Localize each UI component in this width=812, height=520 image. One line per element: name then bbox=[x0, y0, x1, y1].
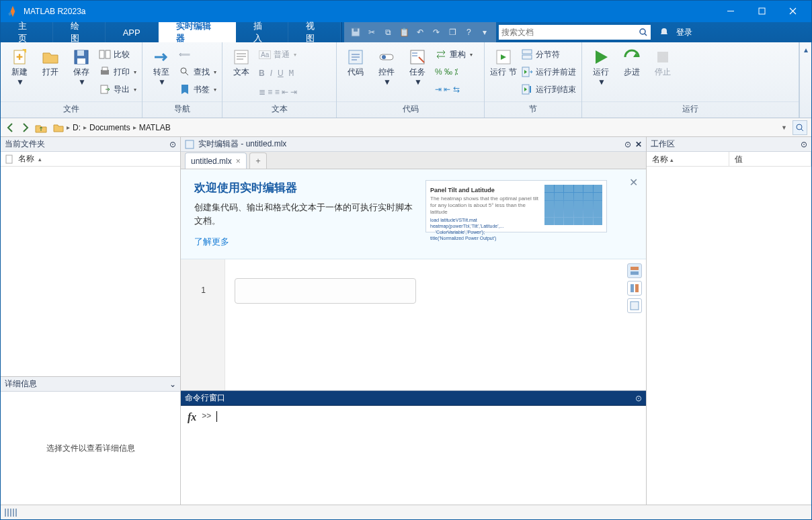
login-button[interactable]: 登录 bbox=[676, 27, 692, 38]
run-advance-button[interactable]: 运行并前进 bbox=[521, 64, 576, 80]
refactor-button[interactable]: 重构▾ bbox=[435, 46, 473, 62]
run-to-end-button[interactable]: 运行到结束 bbox=[521, 81, 576, 97]
windows-icon[interactable]: ❐ bbox=[445, 25, 460, 40]
output-right-icon[interactable] bbox=[627, 281, 642, 296]
ribbon-collapse-icon[interactable]: ▴ bbox=[799, 42, 811, 118]
nav-prev-icon[interactable]: ⟸ bbox=[179, 46, 216, 62]
control-button[interactable]: 控件▼ bbox=[373, 45, 400, 87]
tab-close-icon[interactable]: × bbox=[236, 157, 241, 166]
tab-live-editor[interactable]: 实时编辑器 bbox=[159, 22, 236, 42]
section-break-button[interactable]: 分节符 bbox=[521, 46, 576, 62]
command-input[interactable]: fx >> bbox=[181, 406, 646, 505]
comment-buttons[interactable]: % ‰ ⁒ bbox=[435, 64, 473, 80]
details-hint: 选择文件以查看详细信息 bbox=[1, 392, 180, 505]
pane-close-icon[interactable]: ✕ bbox=[635, 140, 642, 149]
bell-icon[interactable] bbox=[659, 27, 669, 38]
file-tab[interactable]: untitled.mlx× bbox=[185, 153, 247, 169]
list-buttons[interactable]: ≣ ≡ ≡ ⇤ ⇥ bbox=[259, 84, 297, 100]
code-button[interactable]: 代码 bbox=[342, 45, 369, 77]
copy-icon[interactable]: ⧉ bbox=[380, 25, 395, 40]
ribbon-group-text: 文本 Aa普通▾ BIUM ≣ ≡ ≡ ⇤ ⇥ 文本 bbox=[222, 42, 337, 118]
welcome-banner: 欢迎使用实时编辑器 创建集代码、输出和格式化文本于一体的可执行实时脚本文档。 了… bbox=[181, 169, 646, 259]
workspace-title: 工作区 bbox=[651, 138, 797, 150]
up-folder-icon[interactable] bbox=[34, 122, 48, 134]
pane-menu-icon[interactable]: ⊙ bbox=[801, 140, 807, 149]
style-select[interactable]: Aa普通▾ bbox=[259, 46, 297, 62]
stop-button[interactable]: 停止 bbox=[649, 45, 676, 77]
close-button[interactable] bbox=[778, 1, 809, 22]
workspace-columns[interactable]: 名称 ▴ 值 bbox=[647, 152, 811, 167]
code-editor[interactable]: 1 bbox=[181, 259, 646, 390]
open-button[interactable]: 打开 bbox=[37, 45, 64, 77]
export-button[interactable]: 导出▾ bbox=[99, 81, 136, 97]
chevron-down-icon[interactable]: ⌄ bbox=[169, 380, 176, 389]
code-cell[interactable] bbox=[235, 278, 416, 304]
back-icon[interactable] bbox=[5, 122, 17, 134]
undo-icon[interactable]: ↶ bbox=[413, 25, 428, 40]
output-view-toggles bbox=[627, 263, 642, 313]
window-title: MATLAB R2023a bbox=[24, 7, 716, 16]
redo-icon[interactable]: ↷ bbox=[429, 25, 444, 40]
breadcrumb[interactable]: ▸ D:▸ Documents▸ MATLAB bbox=[50, 122, 776, 133]
help-icon[interactable]: ? bbox=[461, 25, 476, 40]
tab-view[interactable]: 视图 bbox=[288, 22, 341, 42]
details-pane: 详细信息⌄ 选择文件以查看详细信息 bbox=[1, 376, 180, 505]
fx-icon[interactable]: fx bbox=[188, 411, 196, 423]
run-button[interactable]: 运行▼ bbox=[587, 45, 614, 87]
browse-for-folder-icon[interactable] bbox=[793, 120, 807, 135]
add-tab-button[interactable]: ＋ bbox=[249, 153, 267, 169]
ribbon-group-run: 运行▼ 步进 停止 运行 bbox=[582, 42, 799, 118]
status-bar bbox=[1, 505, 811, 519]
tab-home[interactable]: 主页 bbox=[1, 22, 53, 42]
learn-more-link[interactable]: 了解更多 bbox=[194, 236, 229, 248]
svg-rect-0 bbox=[727, 11, 734, 11]
current-folder-title: 当前文件夹 bbox=[5, 138, 165, 150]
save-button[interactable]: 保存▼ bbox=[68, 45, 95, 87]
output-inline-icon[interactable] bbox=[627, 263, 642, 278]
print-button[interactable]: 打印▾ bbox=[99, 64, 136, 80]
tab-insert[interactable]: 插入 bbox=[236, 22, 288, 42]
pane-menu-icon[interactable]: ⊙ bbox=[635, 394, 642, 403]
bookmark-button[interactable]: 书签▾ bbox=[179, 81, 216, 97]
main-layout: 当前文件夹⊙ 名称▴ 详细信息⌄ 选择文件以查看详细信息 实时编辑器 - unt… bbox=[1, 137, 811, 505]
path-dropdown-icon[interactable]: ▼ bbox=[778, 124, 790, 131]
search-icon[interactable] bbox=[639, 28, 648, 37]
run-section-button[interactable]: 运行 节 bbox=[490, 45, 517, 77]
search-input[interactable] bbox=[501, 28, 639, 37]
svg-rect-8 bbox=[77, 50, 84, 56]
task-button[interactable]: 任务▼ bbox=[404, 45, 431, 87]
welcome-close-icon[interactable]: ✕ bbox=[629, 176, 638, 189]
pane-menu-icon[interactable]: ⊙ bbox=[169, 140, 176, 149]
compare-button[interactable]: 比较 bbox=[99, 46, 136, 62]
maximize-button[interactable] bbox=[747, 1, 778, 22]
tab-apps[interactable]: APP bbox=[106, 22, 159, 42]
save-icon[interactable] bbox=[348, 25, 363, 40]
paste-icon[interactable]: 📋 bbox=[397, 25, 411, 40]
forward-icon[interactable] bbox=[19, 122, 32, 134]
pane-menu-icon[interactable]: ⊙ bbox=[624, 140, 631, 149]
new-button[interactable]: ✚新建▼ bbox=[6, 45, 33, 87]
indent-buttons[interactable]: ⇥ ⇤ ⇆ bbox=[435, 81, 473, 97]
welcome-heading: 欢迎使用实时编辑器 bbox=[194, 180, 416, 196]
svg-rect-3 bbox=[354, 28, 358, 32]
file-list[interactable]: 名称▴ bbox=[1, 152, 180, 376]
quick-access-dropdown-icon[interactable]: ▾ bbox=[477, 25, 492, 40]
minimize-button[interactable] bbox=[716, 1, 747, 22]
svg-rect-26 bbox=[657, 52, 668, 62]
goto-button[interactable]: 转至▼ bbox=[148, 45, 175, 87]
text-button[interactable]: 文本 bbox=[228, 45, 255, 77]
svg-text:✚: ✚ bbox=[16, 52, 23, 62]
svg-rect-13 bbox=[102, 67, 108, 71]
workspace-list[interactable] bbox=[647, 167, 811, 505]
cut-icon[interactable]: ✂ bbox=[364, 25, 379, 40]
tab-plots[interactable]: 绘图 bbox=[53, 22, 106, 42]
svg-rect-10 bbox=[99, 50, 104, 58]
doc-search[interactable] bbox=[499, 25, 651, 40]
format-bold[interactable]: BIUM bbox=[259, 65, 297, 81]
find-button[interactable]: 查找▾ bbox=[179, 64, 216, 80]
heatmap-thumbnail bbox=[544, 185, 602, 225]
svg-point-27 bbox=[797, 124, 802, 130]
output-hide-icon[interactable] bbox=[627, 298, 642, 313]
details-title: 详细信息 bbox=[5, 378, 165, 390]
step-button[interactable]: 步进 bbox=[618, 45, 645, 77]
